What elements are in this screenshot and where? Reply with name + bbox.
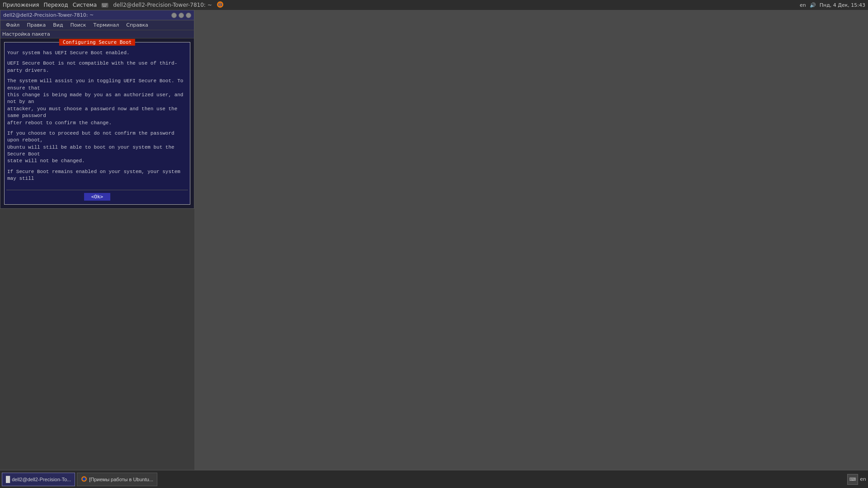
- dialog-body: Your system has UEFI Secure Boot enabled…: [6, 48, 188, 188]
- menu-help[interactable]: Справка: [123, 21, 151, 29]
- menu-search[interactable]: Поиск: [67, 21, 90, 29]
- minimize-button[interactable]: [171, 13, 177, 18]
- menu-edit[interactable]: Правка: [23, 21, 49, 29]
- dialog-line-2: UEFI Secure Boot is not compatible with …: [7, 60, 187, 74]
- dialog-footer: <Ok>: [6, 190, 188, 202]
- keyboard-layout-indicator[interactable]: ⌨: [847, 474, 858, 485]
- svg-rect-1: [102, 4, 103, 5]
- svg-rect-4: [106, 4, 107, 5]
- svg-rect-9: [103, 6, 106, 7]
- terminal-window-title: dell2@dell2-Precision-Tower-7810: ~: [3, 12, 94, 18]
- taskbar: █ dell2@dell2-Precision-To... [Приемы ра…: [0, 470, 868, 488]
- dialog-line-5: If Secure Boot remains enabled on your s…: [7, 169, 187, 183]
- taskbar-firefox-btn[interactable]: [Приемы работы в Ubuntu...: [77, 473, 157, 486]
- dialog-line-1: Your system has UEFI Secure Boot enabled…: [7, 50, 187, 56]
- dialog-title: Configuring Secure Boot: [59, 39, 135, 46]
- taskbar-terminal-btn[interactable]: █ dell2@dell2-Precision-To...: [2, 473, 75, 486]
- terminal-taskbar-icon: █: [6, 476, 10, 483]
- svg-rect-3: [105, 4, 106, 5]
- topbar-left: Приложения Переход Система dell2@dell2-P…: [3, 1, 224, 9]
- menu-file[interactable]: Файл: [2, 21, 23, 29]
- firefox-taskbar-icon: [81, 476, 87, 483]
- svg-rect-2: [104, 4, 104, 5]
- menu-bar: Файл Правка Вид Поиск Терминал Справка: [0, 20, 194, 30]
- taskbar-firefox-label: [Приемы работы в Ubuntu...: [89, 477, 153, 482]
- datetime-label: Пнд, 4 Дек, 15:43: [820, 2, 865, 8]
- apps-menu[interactable]: Приложения: [3, 2, 39, 8]
- lang-indicator: en: [800, 2, 806, 8]
- menu-terminal[interactable]: Терминал: [90, 21, 123, 29]
- ok-button[interactable]: <Ok>: [84, 193, 111, 201]
- keyboard-icon: [101, 1, 108, 9]
- svg-rect-6: [104, 5, 104, 6]
- terminal-title-label: dell2@dell2-Precision-Tower-7810: ~: [113, 2, 212, 8]
- terminal-content: Configuring Secure Boot Your system has …: [0, 38, 194, 208]
- taskbar-terminal-label: dell2@dell2-Precision-To...: [12, 477, 71, 482]
- dialog-line-3: The system will assist you in toggling U…: [7, 78, 187, 127]
- terminal-controls: [171, 13, 191, 18]
- secure-boot-dialog: Configuring Secure Boot Your system has …: [4, 42, 190, 205]
- terminal-titlebar: dell2@dell2-Precision-Tower-7810: ~: [0, 10, 194, 20]
- system-topbar: Приложения Переход Система dell2@dell2-P…: [0, 0, 868, 10]
- topbar-right: en 🔊 Пнд, 4 Дек, 15:43: [800, 2, 865, 8]
- terminal-window: dell2@dell2-Precision-Tower-7810: ~ Файл…: [0, 10, 194, 209]
- close-button[interactable]: [186, 13, 191, 18]
- places-menu[interactable]: Переход: [44, 2, 68, 8]
- svg-rect-5: [102, 5, 103, 6]
- dialog-line-4: If you choose to proceed but do not conf…: [7, 130, 187, 165]
- firefox-icon: [217, 1, 224, 9]
- menu-view[interactable]: Вид: [49, 21, 66, 29]
- audio-icon: 🔊: [810, 2, 816, 8]
- system-menu[interactable]: Система: [73, 2, 97, 8]
- svg-rect-7: [105, 5, 106, 6]
- kbd-icon: ⌨: [849, 477, 856, 482]
- svg-rect-8: [106, 5, 107, 6]
- taskbar-lang: en: [860, 476, 866, 482]
- breadcrumb: Настройка пакета: [2, 31, 50, 37]
- breadcrumb-bar: Настройка пакета: [0, 30, 194, 38]
- svg-point-13: [83, 477, 86, 480]
- desktop: [194, 10, 868, 470]
- maximize-button[interactable]: [179, 13, 184, 18]
